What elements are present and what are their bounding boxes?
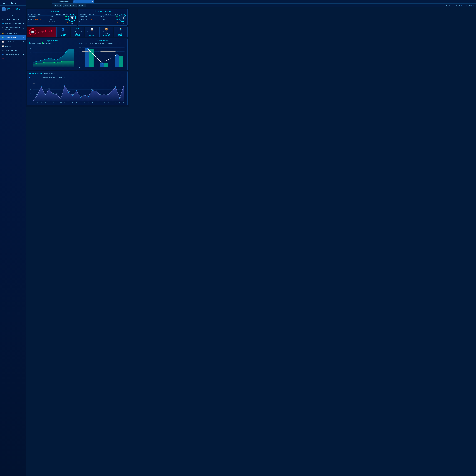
panoramic-tab[interactable]: Panoramic view of the airport ✕ xyxy=(73,0,94,3)
svg-point-40 xyxy=(116,54,118,55)
svg-text:88.23: 88.23 xyxy=(64,85,66,85)
nav-icon-system-management: ⚙ xyxy=(2,49,4,51)
back-arrow-icon[interactable]: ◀ xyxy=(57,1,58,3)
departure-delay-row: Departure delay 5 Cancelled 1 xyxy=(79,21,118,23)
svg-text:13: 13 xyxy=(62,68,63,68)
add-tab-button[interactable]: + xyxy=(70,0,72,3)
svg-text:88: 88 xyxy=(30,85,31,86)
departure-queue-section: Queue-up 16 64% xyxy=(119,13,126,24)
sidebar: ◀ ▶ IIS4.0 👤 2019-11-20 12:00:00 Account… xyxy=(0,0,26,129)
user-account-label: Account number 10101 xyxy=(7,9,24,11)
sidebar-item-flight-management[interactable]: ✈ Flight management ▼ xyxy=(0,13,26,17)
svg-text:77.23: 77.23 xyxy=(87,95,89,96)
sidebar-item-resource-management[interactable]: ⚙ Resource management ▼ xyxy=(0,17,26,21)
departure-panel: ✈ Departure situation Departure flights … xyxy=(78,9,128,26)
nav-arrow-icon: ▼ xyxy=(23,28,24,29)
avatar: 👤 xyxy=(2,7,6,11)
panoramic-tab-label: Panoramic view of the airport xyxy=(74,1,91,2)
svg-text:21: 21 xyxy=(112,102,113,103)
nav-icon-collaboration: 🤝 xyxy=(2,32,4,34)
status-boxes: 🔄 Delay level Level 3 02-29 12:24 👤 Numb… xyxy=(27,27,128,37)
departure-rate-row: Departure rate 5 minutes Planned 430 xyxy=(79,18,118,21)
nav-label-collaboration: Collaboration toolset xyxy=(5,33,17,34)
departure-backlog-title: Departure backlog xyxy=(29,40,76,42)
nav-label-resource-management: Resource management xyxy=(5,18,19,20)
svg-text:76.34: 76.34 xyxy=(80,96,82,97)
monthly-release-svg: 72 76 80 84 88 92 90.34 xyxy=(29,80,126,103)
nav-icon-flight-management: ✈ xyxy=(2,14,4,16)
svg-text:100: 100 xyxy=(79,47,81,49)
nav-label-basic-data: Basic data xyxy=(5,45,11,47)
sidebar-item-system-management[interactable]: ⚙ System management ▼ xyxy=(0,48,26,52)
svg-text:92: 92 xyxy=(30,82,31,83)
main-content: ✈ Arrival situation Arrival flights (sor… xyxy=(26,8,129,107)
stat-card-persons-on-duty: 👤 Number of persons on duty 92842 xyxy=(56,27,70,37)
svg-point-81 xyxy=(119,98,120,99)
svg-point-68 xyxy=(68,92,69,93)
svg-text:05: 05 xyxy=(49,102,50,103)
svg-rect-32 xyxy=(85,48,89,67)
nav-icon-resource-management: ⚙ xyxy=(2,18,4,20)
delay-label: Delay level Level 3 xyxy=(38,30,52,32)
stat-card-label-cargo-weight: Weight of cargo luggage xyxy=(101,31,112,34)
user-id: 10101 xyxy=(16,9,20,11)
user-datetime: 2019-11-20 12:00:00 xyxy=(7,8,24,9)
arrival-queue-section: Queue-up 21 78% xyxy=(68,13,76,24)
svg-text:82.45: 82.45 xyxy=(76,90,78,90)
sidebar-item-collaboration[interactable]: 🤝 Collaboration toolset ▼ xyxy=(0,31,26,35)
arrival-plane-icon: ✈ xyxy=(45,10,47,12)
svg-text:78.21: 78.21 xyxy=(99,94,101,95)
user-info: 👤 2019-11-20 12:00:00 Account number 101… xyxy=(0,6,26,13)
svg-point-82 xyxy=(123,85,124,86)
sidebar-item-help[interactable]: ❓ Help ▼ xyxy=(0,57,26,61)
svg-text:82.65: 82.65 xyxy=(91,89,93,90)
nav-arrow-icon: ▼ xyxy=(23,14,24,16)
arrival-header-line-right xyxy=(60,11,76,11)
nav-label-operation-situation: Operation situation xyxy=(5,37,16,38)
svg-point-69 xyxy=(72,95,73,96)
sidebar-item-operation-monitoring[interactable]: 🔧 Operation monitoring and querying ▼ xyxy=(0,26,26,31)
svg-text:10: 10 xyxy=(44,68,45,68)
flight-attributes-dropdown[interactable]: Flight attributes ▼ xyxy=(63,4,77,7)
departure-backlog-legend: Cumulative backlog Hourly backlog xyxy=(29,42,76,44)
svg-rect-36 xyxy=(115,55,119,67)
sidebar-item-basic-data[interactable]: 💾 Basic data ▼ xyxy=(0,44,26,48)
svg-text:84: 84 xyxy=(30,89,31,90)
svg-point-61 xyxy=(41,86,42,87)
svg-text:08: 08 xyxy=(32,68,34,68)
shortcut-label: Shortcut menu xyxy=(59,1,68,3)
airlines-dropdown[interactable]: Airlines ▼ xyxy=(53,4,62,7)
sidebar-item-statistical-analysis[interactable]: 📈 Statistical analysis ▼ xyxy=(0,40,26,44)
nav-arrow-icon: ▼ xyxy=(23,58,24,60)
departure-stats: Departure flights (sorties) Departure fl… xyxy=(79,13,126,24)
stat-card-icon-registered-persons: 📋 xyxy=(90,28,94,31)
svg-point-78 xyxy=(108,95,108,96)
svg-point-60 xyxy=(37,95,38,96)
svg-point-38 xyxy=(87,48,88,49)
topbar-row2: Airlines ▼ Flight attributes ▼ Acting ▼ … xyxy=(52,3,129,7)
nav-icon-basic-data: 💾 xyxy=(2,45,4,47)
svg-text:78.21: 78.21 xyxy=(107,94,109,95)
departure-stats-table: Departure flights (sorties) Departure fl… xyxy=(79,13,118,23)
svg-text:16: 16 xyxy=(92,102,93,103)
sidebar-item-operation-situation[interactable]: 📊 Operation situation ▼ xyxy=(0,35,26,40)
svg-text:84.23: 84.23 xyxy=(48,88,50,89)
acting-dropdown[interactable]: Acting ▼ xyxy=(78,4,86,7)
sidebar-item-support-service[interactable]: 🌐 Support service management ▼ xyxy=(0,21,26,26)
arrival-header: ✈ Arrival situation xyxy=(28,10,76,12)
stat-card-value-luggage-pieces: 65321 xyxy=(118,34,123,36)
svg-text:79.23: 79.23 xyxy=(52,93,54,94)
svg-point-63 xyxy=(49,89,49,90)
departure-header-line-left xyxy=(79,11,94,11)
tab-monthly-release[interactable]: Monthly release rate xyxy=(29,73,42,75)
svg-text:81.22: 81.22 xyxy=(68,91,70,92)
hamburger-icon[interactable]: ☰ xyxy=(53,0,55,3)
sidebar-logo: ◀ ▶ IIS4.0 xyxy=(0,0,26,6)
dropdown-arrow-icon3: ▼ xyxy=(83,5,85,6)
sidebar-item-personalization[interactable]: 👤 Personalization settings ▼ xyxy=(0,52,26,57)
tab-close-icon[interactable]: ✕ xyxy=(92,1,93,2)
tab-support-efficiency[interactable]: Support efficiency xyxy=(44,73,55,75)
departure-progress: 64% xyxy=(121,23,124,24)
nav-label-statistical-analysis: Statistical analysis xyxy=(5,41,16,42)
svg-text:24: 24 xyxy=(123,102,124,103)
